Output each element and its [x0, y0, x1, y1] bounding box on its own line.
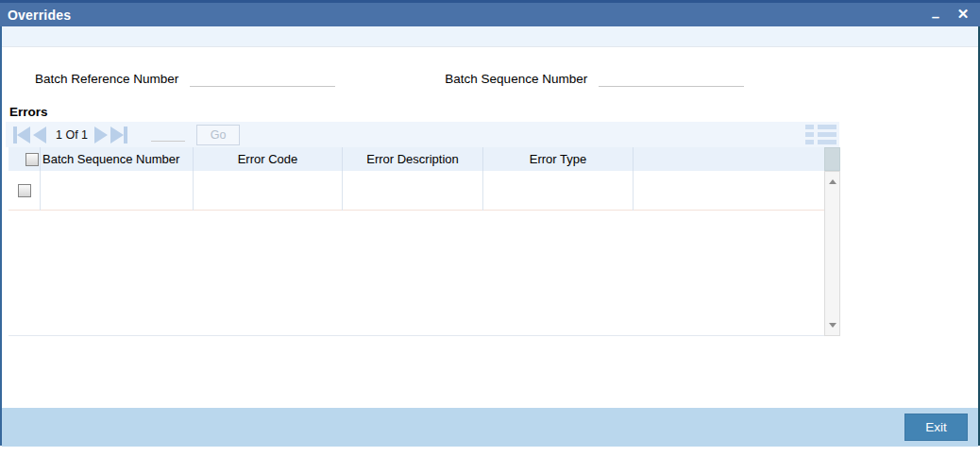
batch-reference-number-label: Batch Reference Number	[35, 72, 178, 86]
header-strip	[2, 26, 978, 47]
scroll-up-icon[interactable]	[829, 179, 836, 184]
title-bar: Overrides – ✕	[0, 0, 980, 26]
exit-button[interactable]: Exit	[904, 414, 968, 441]
page-number-input[interactable]	[151, 128, 185, 142]
batch-sequence-number-input[interactable]	[599, 72, 744, 87]
batch-reference-number-input[interactable]	[190, 72, 335, 87]
row-checkbox[interactable]	[18, 184, 31, 197]
cell-error-description	[343, 171, 483, 211]
pagination-bar: 1 Of 1 Go	[6, 122, 839, 147]
minimize-icon[interactable]: –	[929, 7, 942, 23]
cell-blank	[634, 171, 824, 211]
row-checkbox-cell	[8, 171, 41, 211]
vertical-scrollbar	[824, 147, 840, 336]
errors-table: Batch Sequence Number Error Code Error D…	[8, 147, 840, 336]
scrollbar-track[interactable]	[824, 171, 840, 336]
previous-page-icon	[33, 127, 46, 144]
column-header-error-description: Error Description	[343, 147, 483, 171]
scrollbar-header-cap	[824, 147, 840, 171]
spacer	[2, 336, 978, 408]
window-controls: – ✕	[929, 7, 971, 23]
cell-error-code	[194, 171, 343, 211]
list-view-icon[interactable]	[805, 125, 836, 144]
column-header-blank	[634, 147, 824, 171]
column-header-error-code: Error Code	[194, 147, 343, 171]
errors-section-title: Errors	[9, 105, 978, 119]
last-page-button[interactable]	[110, 127, 127, 144]
next-page-icon	[94, 127, 108, 144]
cell-error-type	[483, 171, 634, 211]
cell-batch-sequence-number	[41, 171, 194, 211]
go-button[interactable]: Go	[196, 125, 240, 145]
errors-table-header: Batch Sequence Number Error Code Error D…	[8, 147, 824, 171]
column-header-error-type: Error Type	[483, 147, 634, 171]
fields-row: Batch Reference Number Batch Sequence Nu…	[2, 69, 978, 89]
table-row[interactable]	[8, 171, 824, 211]
batch-sequence-number-field: Batch Sequence Number	[445, 72, 744, 87]
batch-reference-number-field: Batch Reference Number	[35, 72, 335, 87]
page-indicator: 1 Of 1	[56, 128, 88, 142]
close-icon[interactable]: ✕	[955, 7, 971, 23]
last-page-icon	[110, 127, 124, 144]
window-body: Batch Reference Number Batch Sequence Nu…	[0, 26, 980, 446]
first-page-button[interactable]	[13, 127, 30, 144]
batch-sequence-number-label: Batch Sequence Number	[445, 72, 587, 86]
select-all-checkbox[interactable]	[25, 153, 39, 166]
overrides-window: Overrides – ✕ Batch Reference Number Bat…	[0, 0, 980, 456]
scroll-down-icon[interactable]	[829, 323, 836, 328]
select-all-cell	[8, 147, 41, 171]
next-page-button[interactable]	[94, 127, 108, 144]
footer-bar: Exit	[2, 408, 978, 447]
previous-page-button[interactable]	[33, 127, 46, 144]
window-title: Overrides	[8, 8, 71, 23]
errors-table-body	[8, 171, 824, 336]
column-header-batch-sequence-number: Batch Sequence Number	[41, 147, 194, 171]
